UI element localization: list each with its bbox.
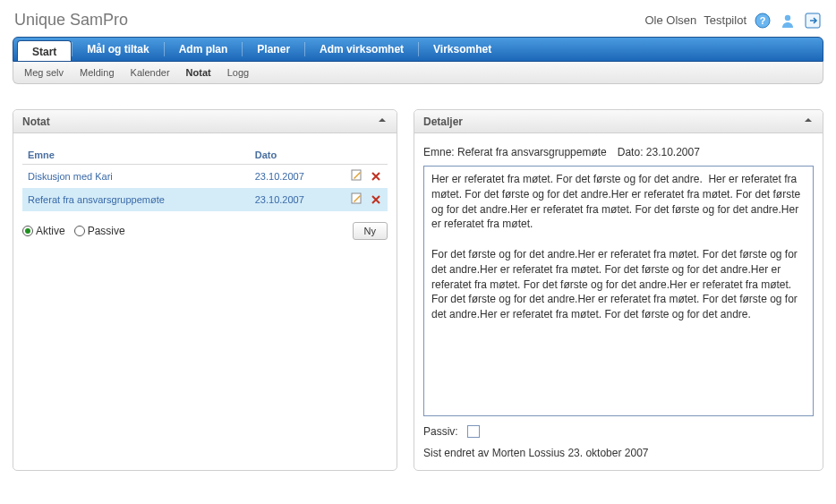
user-role: Testpilot xyxy=(704,13,746,27)
subtab-logg[interactable]: Logg xyxy=(227,67,249,78)
row-emne[interactable]: Diskusjon med Kari xyxy=(28,171,113,182)
collapse-icon[interactable] xyxy=(803,115,814,128)
detaljer-panel: Detaljer Emne: Referat fra ansvarsgruppe… xyxy=(414,109,823,471)
tab-bar: Start Mål og tiltak Adm plan Planer Adm … xyxy=(13,37,823,62)
tab-adm-plan[interactable]: Adm plan xyxy=(165,38,243,61)
tab-label: Virksomhet xyxy=(433,43,491,56)
notat-table: Emne Dato Diskusjon med Kari 23.10.2007 xyxy=(22,146,388,211)
edit-icon[interactable] xyxy=(351,192,363,205)
filter-radios: Aktive Passive xyxy=(22,225,125,237)
col-dato[interactable]: Dato xyxy=(250,146,342,165)
last-modified: Sist endret av Morten Lossius 23. oktobe… xyxy=(423,447,814,459)
content: Notat Emne Dato Dis xyxy=(13,109,823,471)
tab-mal-og-tiltak[interactable]: Mål og tiltak xyxy=(73,38,163,61)
svg-rect-4 xyxy=(352,170,361,180)
radio-passive[interactable]: Passive xyxy=(74,225,125,237)
edit-icon[interactable] xyxy=(351,169,363,182)
tab-adm-virksomhet[interactable]: Adm virksomhet xyxy=(305,38,418,61)
subtab-kalender[interactable]: Kalender xyxy=(131,67,170,78)
col-actions xyxy=(342,146,388,165)
new-button[interactable]: Ny xyxy=(353,222,388,240)
tab-label: Planer xyxy=(257,43,290,56)
emne-label: Emne: xyxy=(423,146,455,158)
radio-aktive[interactable]: Aktive xyxy=(22,225,65,237)
notat-panel-header: Notat xyxy=(13,110,397,133)
svg-text:?: ? xyxy=(760,15,766,26)
subtab-melding[interactable]: Melding xyxy=(80,67,115,78)
tab-label: Adm plan xyxy=(179,43,228,56)
header: Unique SamPro Ole Olsen Testpilot ? xyxy=(13,9,823,37)
passive-row: Passiv: xyxy=(423,425,814,438)
svg-rect-5 xyxy=(352,193,361,203)
tab-start[interactable]: Start xyxy=(17,40,72,62)
emne-field: Emne: Referat fra ansvarsgruppemøte xyxy=(423,146,607,158)
delete-icon[interactable] xyxy=(370,193,382,206)
dato-value: 23.10.2007 xyxy=(646,146,700,158)
radio-dot-icon xyxy=(74,226,85,236)
notat-controls: Aktive Passive Ny xyxy=(22,222,388,240)
delete-icon[interactable] xyxy=(370,170,382,183)
exit-icon[interactable] xyxy=(804,12,822,30)
app-title: Unique SamPro xyxy=(14,11,128,30)
tab-virksomhet[interactable]: Virksomhet xyxy=(419,38,506,61)
svg-point-2 xyxy=(785,14,790,20)
passive-label: Passiv: xyxy=(423,425,458,438)
detaljer-panel-header: Detaljer xyxy=(414,110,823,133)
tab-label: Mål og tiltak xyxy=(87,43,149,56)
tab-label: Adm virksomhet xyxy=(320,43,404,56)
notat-panel: Notat Emne Dato Dis xyxy=(13,109,397,471)
detail-meta: Emne: Referat fra ansvarsgruppemøte Dato… xyxy=(423,146,814,158)
subtab-meg-selv[interactable]: Meg selv xyxy=(24,67,64,78)
panel-title: Notat xyxy=(22,115,50,128)
user-name: Ole Olsen xyxy=(644,13,696,27)
header-right: Ole Olsen Testpilot ? xyxy=(644,12,822,30)
radio-dot-icon xyxy=(22,226,33,236)
subtab-notat[interactable]: Notat xyxy=(186,67,211,78)
col-emne[interactable]: Emne xyxy=(22,146,250,165)
table-row[interactable]: Referat fra ansvarsgruppemøte 23.10.2007 xyxy=(22,188,388,211)
notat-panel-body: Emne Dato Diskusjon med Kari 23.10.2007 xyxy=(13,133,397,251)
row-emne[interactable]: Referat fra ansvarsgruppemøte xyxy=(28,194,165,205)
passive-checkbox[interactable] xyxy=(467,425,480,438)
row-dato: 23.10.2007 xyxy=(250,188,342,211)
tab-planer[interactable]: Planer xyxy=(243,38,304,61)
tab-label: Start xyxy=(32,46,56,58)
emne-value: Referat fra ansvarsgruppemøte xyxy=(457,146,607,158)
help-icon[interactable]: ? xyxy=(754,12,772,30)
panel-title: Detaljer xyxy=(423,115,463,128)
detail-textarea[interactable]: Her er referatet fra møtet. For det førs… xyxy=(423,166,814,416)
row-dato: 23.10.2007 xyxy=(250,165,342,189)
radio-label: Passive xyxy=(88,225,125,237)
app-root: Unique SamPro Ole Olsen Testpilot ? Star… xyxy=(0,0,836,480)
table-row[interactable]: Diskusjon med Kari 23.10.2007 xyxy=(22,165,388,189)
radio-label: Aktive xyxy=(36,225,65,237)
person-icon[interactable] xyxy=(779,12,797,30)
sub-tab-bar: Meg selv Melding Kalender Notat Logg xyxy=(13,62,823,84)
dato-label: Dato: xyxy=(618,146,644,158)
dato-field: Dato: 23.10.2007 xyxy=(618,146,700,158)
detaljer-panel-body: Emne: Referat fra ansvarsgruppemøte Dato… xyxy=(414,133,823,470)
collapse-icon[interactable] xyxy=(377,115,388,128)
